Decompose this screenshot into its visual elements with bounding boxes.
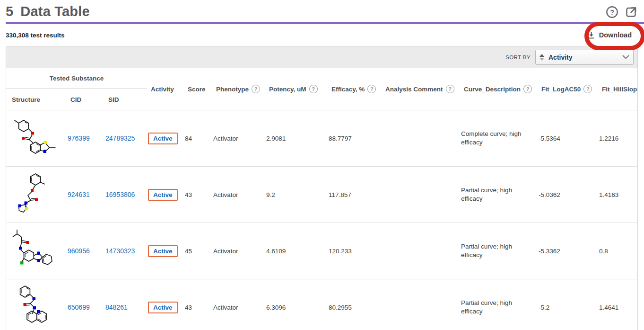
svg-text:?: ? — [610, 8, 614, 16]
help-icon[interactable]: ? — [367, 85, 376, 93]
efficacy-value: 117.857 — [325, 191, 379, 198]
help-icon[interactable]: ? — [252, 85, 260, 93]
fit-logac50-value: -5.2 — [535, 304, 595, 311]
col-header-sid: SID — [104, 96, 147, 103]
results-count: 330,308 test results — [6, 32, 65, 39]
fit-hillslope-value: 0.8 — [595, 248, 638, 255]
curve-description-value: Partial curve; high efficacy — [457, 186, 535, 203]
score-value: 43 — [181, 191, 209, 198]
table-row: 924631 16953806 Active 43 Activator 9.2 … — [6, 167, 637, 223]
col-header-curve-description: Curve_Description? — [460, 68, 538, 110]
table-row: 960956 14730323 Active 45 Activator 4.61… — [6, 223, 637, 279]
phenotype-value: Activator — [209, 304, 262, 311]
efficacy-value: 88.7797 — [325, 135, 379, 142]
score-value: 84 — [181, 135, 209, 142]
section-number: 5 — [6, 4, 13, 19]
efficacy-value: 80.2955 — [325, 304, 379, 311]
potency-value: 2.9081 — [262, 135, 325, 142]
fit-hillslope-value: 1.2216 — [595, 135, 638, 142]
col-header-cid: CID — [67, 96, 104, 103]
sid-link[interactable]: 848261 — [105, 303, 128, 311]
cid-link[interactable]: 650699 — [68, 303, 90, 311]
col-header-fit-logac50: Fit_LogAC50? — [538, 68, 598, 110]
curve-description-value: Complete curve; high efficacy — [457, 130, 535, 147]
results-bar: 330,308 test results Download — [0, 24, 644, 46]
help-icon[interactable]: ? — [583, 85, 592, 93]
curve-description-value: Partial curve; high efficacy — [457, 299, 535, 316]
activity-badge[interactable]: Active — [148, 245, 178, 257]
fit-hillslope-value: 1.4163 — [595, 191, 638, 198]
col-header-potency: Potency, uM? — [265, 68, 328, 110]
score-value: 43 — [181, 304, 209, 311]
sid-link[interactable]: 24789325 — [105, 134, 135, 142]
sort-dropdown[interactable]: Activity — [535, 50, 634, 65]
table-row: 650699 848261 Active 43 Activator 6.3096… — [6, 279, 637, 330]
cid-link[interactable]: 924631 — [68, 191, 90, 198]
fit-hillslope-value: 1.4641 — [595, 304, 638, 311]
section-title-text: Data Table — [20, 4, 90, 19]
help-icon[interactable]: ? — [309, 85, 318, 93]
page-title: 5Data Table — [6, 4, 90, 19]
col-header-score: Score — [184, 68, 212, 110]
table-header: Tested Substance Structure CID SID Activ… — [6, 68, 637, 110]
potency-value: 9.2 — [262, 191, 325, 198]
sort-direction-icon[interactable] — [540, 54, 544, 61]
structure-image[interactable] — [6, 115, 64, 162]
col-header-phenotype: Phenotype? — [212, 68, 265, 110]
group-header-label: Tested Substance — [6, 68, 147, 89]
score-value: 45 — [181, 248, 209, 255]
help-icon[interactable]: ? — [606, 6, 618, 18]
download-button[interactable]: Download — [584, 29, 635, 41]
structure-image[interactable] — [6, 284, 64, 330]
potency-value: 4.6109 — [262, 248, 325, 255]
cid-link[interactable]: 960956 — [68, 247, 90, 255]
data-table-widget: SORT BY Activity Tested Substance Struct… — [6, 46, 638, 330]
external-link-icon[interactable] — [625, 6, 637, 18]
sort-value: Activity — [548, 54, 618, 61]
help-icon[interactable]: ? — [523, 85, 532, 93]
activity-badge[interactable]: Active — [148, 302, 178, 313]
col-header-activity: Activity — [147, 68, 184, 110]
phenotype-value: Activator — [209, 248, 262, 255]
tested-substance-group: Tested Substance Structure CID SID — [6, 68, 147, 110]
col-header-structure: Structure — [6, 96, 67, 103]
phenotype-value: Activator — [209, 191, 262, 198]
sid-link[interactable]: 14730323 — [105, 247, 135, 255]
activity-badge[interactable]: Active — [148, 189, 178, 201]
help-icon[interactable]: ? — [446, 85, 454, 93]
col-header-analysis-comment: Analysis Comment? — [382, 68, 460, 110]
cid-link[interactable]: 976399 — [68, 134, 90, 142]
structure-image[interactable] — [6, 171, 64, 218]
potency-value: 6.3096 — [262, 304, 325, 311]
sort-by-label: SORT BY — [505, 54, 531, 60]
phenotype-value: Activator — [209, 135, 262, 142]
fit-logac50-value: -5.3362 — [535, 248, 595, 255]
sid-link[interactable]: 16953806 — [105, 191, 135, 198]
fit-logac50-value: -5.5364 — [535, 135, 595, 142]
section-header: 5Data Table ? — [0, 0, 644, 21]
table-toolbar: SORT BY Activity — [6, 46, 637, 68]
curve-description-value: Partial curve; high efficacy — [457, 242, 535, 259]
efficacy-value: 120.233 — [325, 248, 379, 255]
col-header-efficacy: Efficacy, %? — [328, 68, 382, 110]
download-icon — [587, 31, 595, 39]
table-row: 976399 24789325 Active 84 Activator 2.90… — [6, 110, 637, 167]
activity-badge[interactable]: Active — [148, 133, 178, 144]
fit-logac50-value: -5.0362 — [535, 191, 595, 198]
chevron-down-icon — [622, 55, 629, 60]
download-label: Download — [599, 31, 632, 39]
structure-image[interactable] — [6, 227, 64, 275]
col-header-fit-hillslope: Fit_HillSlope — [598, 68, 638, 110]
